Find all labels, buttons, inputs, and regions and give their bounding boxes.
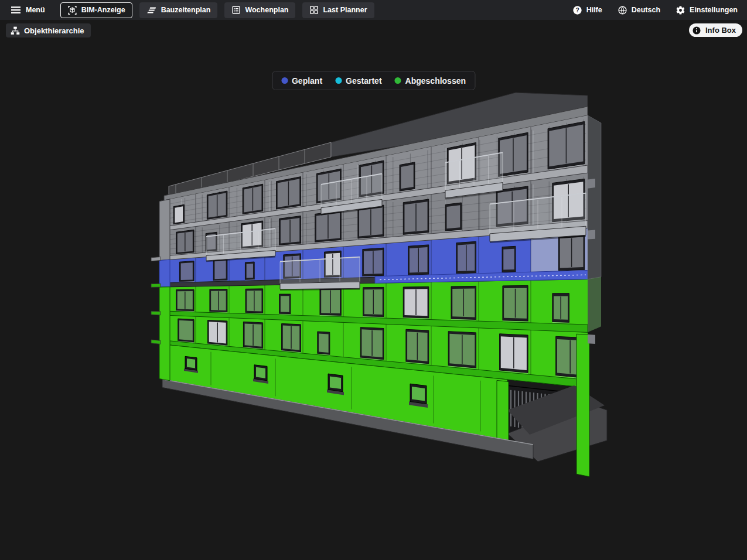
tab-bauzeitenplan[interactable]: Bauzeitenplan xyxy=(139,2,218,18)
hamburger-icon xyxy=(11,5,21,15)
left-edge-columns[interactable] xyxy=(151,199,170,381)
tab-bim-anzeige[interactable]: BIM-Anzeige xyxy=(60,2,132,18)
tab-last-planner[interactable]: Last Planner xyxy=(302,2,374,18)
tab-last-planner-label: Last Planner xyxy=(323,6,367,14)
help-icon: ? xyxy=(572,5,582,15)
right-side-face[interactable] xyxy=(588,115,601,344)
object-hierarchy-label: Objekthierarchie xyxy=(24,26,84,35)
legend-dot-planned xyxy=(281,77,288,84)
legend-item-completed: Abgeschlossen xyxy=(395,76,466,86)
tab-bauzeitenplan-label: Bauzeitenplan xyxy=(161,6,211,14)
tab-wochenplan-label: Wochenplan xyxy=(245,6,288,14)
legend-label-planned: Geplant xyxy=(292,76,322,86)
tab-bim-anzeige-label: BIM-Anzeige xyxy=(81,6,125,14)
help-button[interactable]: ? Hilfe xyxy=(572,5,602,15)
tab-wochenplan[interactable]: Wochenplan xyxy=(224,2,295,18)
app-window: Menü BIM-Anzeige xyxy=(0,0,747,560)
legend-item-started: Gestartet xyxy=(335,76,381,86)
globe-icon xyxy=(618,5,627,15)
legend-item-planned: Geplant xyxy=(281,76,322,86)
legend-dot-completed xyxy=(395,77,401,84)
svg-text:?: ? xyxy=(575,7,579,13)
info-box-button[interactable]: Info Box xyxy=(689,23,742,37)
gantt-bars-icon xyxy=(146,5,157,15)
info-icon xyxy=(692,26,701,35)
legend-label-completed: Abgeschlossen xyxy=(405,76,466,86)
help-label: Hilfe xyxy=(586,6,602,14)
status-legend: Geplant Gestartet Abgeschlossen xyxy=(272,71,475,90)
view-tabs: BIM-Anzeige Bauzeitenplan xyxy=(60,2,374,18)
bim-cube-icon xyxy=(67,5,77,15)
info-box-label: Info Box xyxy=(705,26,736,35)
hierarchy-icon xyxy=(11,26,20,35)
settings-button[interactable]: Einstellungen xyxy=(676,5,738,15)
gear-icon xyxy=(676,5,685,15)
settings-label: Einstellungen xyxy=(690,6,738,14)
legend-dot-started xyxy=(335,77,342,84)
language-label: Deutsch xyxy=(632,6,660,14)
week-list-icon xyxy=(231,5,241,15)
object-hierarchy-button[interactable]: Objekthierarchie xyxy=(6,23,91,37)
language-button[interactable]: Deutsch xyxy=(618,5,660,15)
app-toolbar: Menü BIM-Anzeige xyxy=(0,0,747,20)
menu-label: Menü xyxy=(26,6,45,14)
grid-squares-icon xyxy=(309,5,319,15)
menu-button[interactable]: Menü xyxy=(11,5,45,15)
legend-label-started: Gestartet xyxy=(346,76,381,86)
